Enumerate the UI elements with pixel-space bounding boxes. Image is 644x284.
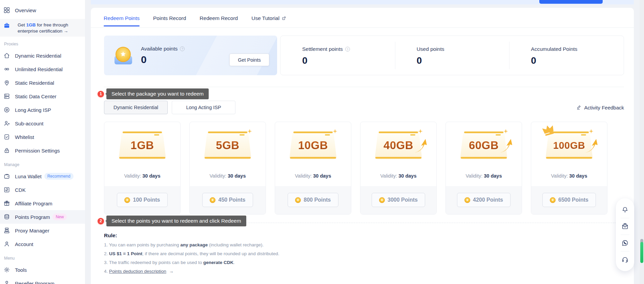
- sidebar-item-long-acting-isp[interactable]: Long Acting ISP: [0, 103, 85, 117]
- sidebar-item-label: CDK: [15, 187, 26, 193]
- sidebar: OverviewGet 1GB for free through enterpr…: [0, 0, 85, 284]
- package-card[interactable]: 10GBValidity: 30 days800 Points: [275, 122, 351, 215]
- redeem-points-button[interactable]: 800 Points: [288, 193, 338, 207]
- sidebar-item-tools[interactable]: Tools: [0, 263, 85, 277]
- package-validity: Validity: 30 days: [190, 173, 266, 179]
- package-card[interactable]: 1GBValidity: 30 days100 Points: [104, 122, 181, 215]
- coins-icon: [3, 214, 10, 220]
- gift-icon: [3, 200, 10, 207]
- help-icon[interactable]: ?: [345, 47, 350, 52]
- messages-button[interactable]: [616, 218, 634, 235]
- headset-icon: [621, 256, 629, 263]
- sparkle-icon: [417, 128, 423, 135]
- points-deduction-link[interactable]: Points deduction description: [109, 269, 166, 274]
- sidebar-item-permission-settings[interactable]: Permission Settings: [0, 144, 85, 157]
- sparkle-icon: [332, 128, 338, 135]
- package-card-footer: 100 Points: [104, 186, 180, 214]
- user-plus-icon: [3, 120, 10, 127]
- available-points-text: Available points ? 0: [141, 46, 185, 65]
- redeem-points-button[interactable]: 100 Points: [117, 193, 167, 207]
- package-size-label: 10GB: [283, 139, 343, 152]
- sidebar-item-account[interactable]: Account: [0, 237, 85, 251]
- help-icon[interactable]: ?: [180, 46, 185, 51]
- package-size-label: 5GB: [198, 139, 257, 152]
- redeem-points-button[interactable]: 6500 Points: [542, 193, 596, 207]
- sidebar-item-cdk[interactable]: CDK: [0, 183, 85, 197]
- package-badge: 10GB: [283, 127, 343, 163]
- stat-value: 0: [417, 55, 510, 66]
- sidebar-item-proxy-manager[interactable]: Proxy Manager: [0, 224, 85, 237]
- rule-item: 2. US $1 = 1 Point; if there are decimal…: [104, 251, 634, 256]
- crown-icon: [541, 123, 556, 136]
- redeem-points-card: Redeem PointsPoints RecordRedeem RecordU…: [91, 8, 634, 284]
- new-badge: New: [53, 214, 67, 220]
- tab-redeem-points[interactable]: Redeem Points: [104, 8, 140, 27]
- sidebar-item-points-program[interactable]: Points ProgramNew: [0, 210, 85, 224]
- tab-points-record[interactable]: Points Record: [153, 8, 186, 27]
- rules-section: Rule: 1. You can earn points by purchasi…: [104, 232, 634, 274]
- package-badge: 100GB: [539, 127, 599, 163]
- package-card-top: 10GBValidity: 30 days: [275, 122, 351, 186]
- user-icon: [3, 280, 10, 284]
- package-card-footer: 800 Points: [275, 186, 351, 214]
- sidebar-item-overview[interactable]: Overview: [0, 3, 85, 17]
- stat-value: 0: [302, 55, 395, 66]
- package-card[interactable]: 5GBValidity: 30 days450 Points: [189, 122, 266, 215]
- package-card-top: 60GBValidity: 30 days: [446, 122, 522, 186]
- tab-use-tutorial[interactable]: Use Tutorial: [251, 8, 286, 27]
- notifications-button[interactable]: [616, 202, 634, 218]
- stat-label: Accumulated Points: [531, 46, 624, 52]
- sidebar-item-label: Luna Wallet: [15, 174, 42, 179]
- sidebar-item-affiliate-program[interactable]: Affiliate Program: [0, 197, 85, 210]
- support-button[interactable]: [616, 251, 634, 268]
- get-points-button[interactable]: Get Points: [229, 54, 269, 66]
- stat-value: 0: [531, 55, 624, 66]
- points-program-page: OverviewGet 1GB for free through enterpr…: [0, 0, 644, 284]
- redeem-points-button[interactable]: 4200 Points: [457, 193, 511, 207]
- package-validity: Validity: 30 days: [531, 173, 607, 179]
- page-scrollbar-thumb[interactable]: [640, 242, 643, 263]
- sidebar-section-label: Menu: [0, 255, 85, 262]
- package-card[interactable]: 60GBValidity: 30 days4200 Points: [445, 122, 522, 215]
- package-type-row: Dynamic ResidentialLong Acting ISP Activ…: [104, 101, 624, 114]
- sidebar-item-label: Whitelist: [15, 134, 34, 140]
- package-card-top: 40GBValidity: 30 days: [360, 122, 436, 186]
- sidebar-item-label: Points Program: [15, 214, 50, 220]
- sidebar-item-static-data-center[interactable]: Static Data Center: [0, 89, 85, 103]
- package-type-button[interactable]: Long Acting ISP: [172, 101, 235, 114]
- sidebar-item-whitelist[interactable]: Whitelist: [0, 130, 85, 144]
- sidebar-item-static-residential[interactable]: Static Residential: [0, 76, 85, 89]
- coin-icon: [210, 197, 215, 203]
- redeem-points-button[interactable]: 3000 Points: [372, 193, 425, 207]
- ticket-dash: [154, 134, 159, 136]
- banner-button[interactable]: [539, 0, 603, 4]
- main-content: Redeem PointsPoints RecordRedeem RecordU…: [85, 0, 644, 284]
- available-points-card: Available points ? 0 Get Points: [104, 36, 277, 75]
- package-type-button[interactable]: Dynamic Residential: [104, 101, 168, 114]
- sparkle-icon: [503, 128, 509, 135]
- sidebar-item-reseller-program[interactable]: Reseller Program: [0, 277, 85, 284]
- package-card[interactable]: 100GBValidity: 30 days6500 Points: [531, 122, 607, 215]
- package-card[interactable]: 40GBValidity: 30 days3000 Points: [360, 122, 437, 215]
- sparkle-icon: [588, 128, 594, 135]
- redeem-points-button[interactable]: 450 Points: [202, 193, 253, 207]
- sidebar-promo-text: Get 1GB for free through enterprise cert…: [18, 22, 82, 37]
- sidebar-item-label: Static Residential: [15, 80, 54, 86]
- tab-redeem-record[interactable]: Redeem Record: [200, 8, 238, 27]
- sidebar-section-label: Manage: [0, 161, 85, 168]
- ticket-dash: [325, 134, 330, 136]
- sidebar-item-luna-wallet[interactable]: Luna WalletRecommend: [0, 169, 85, 183]
- activity-feedback-link[interactable]: Activity Feedback: [576, 105, 624, 110]
- sidebar-item-unlimited-residential[interactable]: Unlimited Residential: [0, 62, 85, 76]
- package-badge: 40GB: [369, 127, 428, 163]
- sidebar-item-dynamic-residential[interactable]: Dynamic Residential: [0, 49, 85, 62]
- package-card-top: 100GBValidity: 30 days: [531, 122, 607, 186]
- sidebar-promo-banner[interactable]: Get 1GB for free through enterprise cert…: [0, 19, 85, 37]
- overview-icon: [3, 7, 10, 14]
- sidebar-item-label: Long Acting ISP: [15, 107, 51, 113]
- sidebar-item-label: Account: [15, 241, 33, 247]
- wallet-icon: [3, 173, 10, 180]
- whatsapp-button[interactable]: [616, 235, 634, 251]
- sidebar-item-sub-account[interactable]: Sub-account: [0, 117, 85, 130]
- floating-action-pill: [616, 198, 634, 271]
